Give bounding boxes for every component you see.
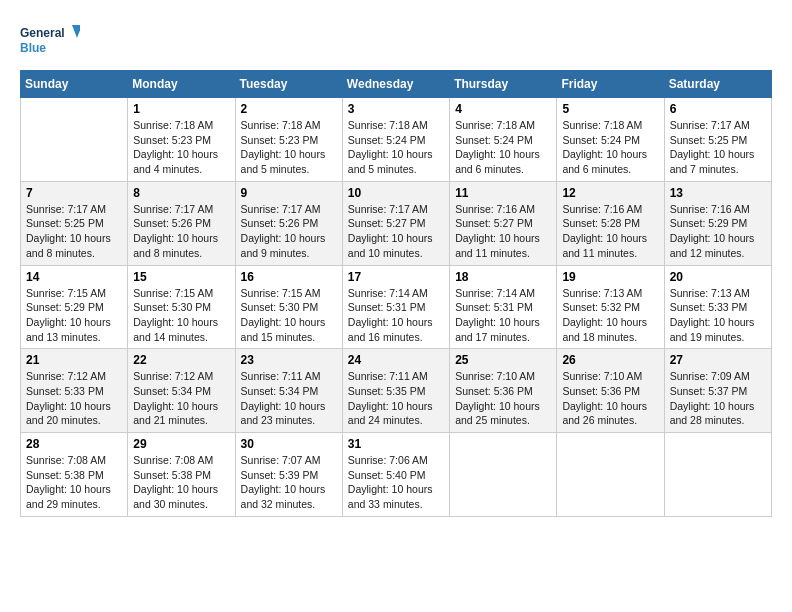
calendar-cell: 3Sunrise: 7:18 AMSunset: 5:24 PMDaylight… (342, 98, 449, 182)
calendar-cell: 5Sunrise: 7:18 AMSunset: 5:24 PMDaylight… (557, 98, 664, 182)
day-info: Sunrise: 7:18 AMSunset: 5:23 PMDaylight:… (133, 118, 229, 177)
calendar-cell: 29Sunrise: 7:08 AMSunset: 5:38 PMDayligh… (128, 433, 235, 517)
week-row-4: 21Sunrise: 7:12 AMSunset: 5:33 PMDayligh… (21, 349, 772, 433)
svg-text:General: General (20, 26, 65, 40)
day-number: 2 (241, 102, 337, 116)
day-number: 31 (348, 437, 444, 451)
day-number: 12 (562, 186, 658, 200)
day-number: 7 (26, 186, 122, 200)
week-row-1: 1Sunrise: 7:18 AMSunset: 5:23 PMDaylight… (21, 98, 772, 182)
calendar-cell (557, 433, 664, 517)
day-number: 30 (241, 437, 337, 451)
calendar-cell: 14Sunrise: 7:15 AMSunset: 5:29 PMDayligh… (21, 265, 128, 349)
calendar-cell: 17Sunrise: 7:14 AMSunset: 5:31 PMDayligh… (342, 265, 449, 349)
day-info: Sunrise: 7:08 AMSunset: 5:38 PMDaylight:… (26, 453, 122, 512)
day-info: Sunrise: 7:16 AMSunset: 5:27 PMDaylight:… (455, 202, 551, 261)
day-number: 23 (241, 353, 337, 367)
day-number: 28 (26, 437, 122, 451)
day-info: Sunrise: 7:14 AMSunset: 5:31 PMDaylight:… (348, 286, 444, 345)
col-header-thursday: Thursday (450, 71, 557, 98)
day-number: 11 (455, 186, 551, 200)
calendar-cell (450, 433, 557, 517)
calendar-cell: 21Sunrise: 7:12 AMSunset: 5:33 PMDayligh… (21, 349, 128, 433)
day-info: Sunrise: 7:17 AMSunset: 5:25 PMDaylight:… (26, 202, 122, 261)
svg-text:Blue: Blue (20, 41, 46, 55)
calendar-cell: 15Sunrise: 7:15 AMSunset: 5:30 PMDayligh… (128, 265, 235, 349)
calendar-cell: 9Sunrise: 7:17 AMSunset: 5:26 PMDaylight… (235, 181, 342, 265)
day-number: 1 (133, 102, 229, 116)
day-number: 10 (348, 186, 444, 200)
day-info: Sunrise: 7:16 AMSunset: 5:29 PMDaylight:… (670, 202, 766, 261)
day-info: Sunrise: 7:08 AMSunset: 5:38 PMDaylight:… (133, 453, 229, 512)
calendar-cell: 7Sunrise: 7:17 AMSunset: 5:25 PMDaylight… (21, 181, 128, 265)
day-info: Sunrise: 7:09 AMSunset: 5:37 PMDaylight:… (670, 369, 766, 428)
day-info: Sunrise: 7:13 AMSunset: 5:33 PMDaylight:… (670, 286, 766, 345)
day-info: Sunrise: 7:16 AMSunset: 5:28 PMDaylight:… (562, 202, 658, 261)
calendar-cell: 30Sunrise: 7:07 AMSunset: 5:39 PMDayligh… (235, 433, 342, 517)
day-number: 20 (670, 270, 766, 284)
col-header-sunday: Sunday (21, 71, 128, 98)
day-info: Sunrise: 7:17 AMSunset: 5:26 PMDaylight:… (133, 202, 229, 261)
calendar-cell: 1Sunrise: 7:18 AMSunset: 5:23 PMDaylight… (128, 98, 235, 182)
day-info: Sunrise: 7:12 AMSunset: 5:33 PMDaylight:… (26, 369, 122, 428)
day-info: Sunrise: 7:18 AMSunset: 5:24 PMDaylight:… (562, 118, 658, 177)
calendar-header-row: SundayMondayTuesdayWednesdayThursdayFrid… (21, 71, 772, 98)
calendar-cell: 26Sunrise: 7:10 AMSunset: 5:36 PMDayligh… (557, 349, 664, 433)
day-number: 8 (133, 186, 229, 200)
day-info: Sunrise: 7:18 AMSunset: 5:23 PMDaylight:… (241, 118, 337, 177)
day-number: 15 (133, 270, 229, 284)
day-number: 29 (133, 437, 229, 451)
day-number: 5 (562, 102, 658, 116)
calendar-cell: 23Sunrise: 7:11 AMSunset: 5:34 PMDayligh… (235, 349, 342, 433)
day-info: Sunrise: 7:11 AMSunset: 5:34 PMDaylight:… (241, 369, 337, 428)
calendar-cell: 24Sunrise: 7:11 AMSunset: 5:35 PMDayligh… (342, 349, 449, 433)
day-info: Sunrise: 7:15 AMSunset: 5:30 PMDaylight:… (133, 286, 229, 345)
calendar-cell: 28Sunrise: 7:08 AMSunset: 5:38 PMDayligh… (21, 433, 128, 517)
week-row-5: 28Sunrise: 7:08 AMSunset: 5:38 PMDayligh… (21, 433, 772, 517)
col-header-wednesday: Wednesday (342, 71, 449, 98)
col-header-tuesday: Tuesday (235, 71, 342, 98)
day-number: 6 (670, 102, 766, 116)
day-number: 13 (670, 186, 766, 200)
day-number: 25 (455, 353, 551, 367)
day-info: Sunrise: 7:17 AMSunset: 5:25 PMDaylight:… (670, 118, 766, 177)
day-number: 27 (670, 353, 766, 367)
day-number: 19 (562, 270, 658, 284)
calendar-cell: 25Sunrise: 7:10 AMSunset: 5:36 PMDayligh… (450, 349, 557, 433)
calendar-cell: 20Sunrise: 7:13 AMSunset: 5:33 PMDayligh… (664, 265, 771, 349)
day-number: 14 (26, 270, 122, 284)
logo: General Blue (20, 20, 80, 60)
day-info: Sunrise: 7:10 AMSunset: 5:36 PMDaylight:… (562, 369, 658, 428)
calendar-cell: 31Sunrise: 7:06 AMSunset: 5:40 PMDayligh… (342, 433, 449, 517)
day-number: 3 (348, 102, 444, 116)
day-number: 9 (241, 186, 337, 200)
day-info: Sunrise: 7:14 AMSunset: 5:31 PMDaylight:… (455, 286, 551, 345)
calendar-cell (21, 98, 128, 182)
day-number: 21 (26, 353, 122, 367)
col-header-saturday: Saturday (664, 71, 771, 98)
calendar-table: SundayMondayTuesdayWednesdayThursdayFrid… (20, 70, 772, 517)
col-header-monday: Monday (128, 71, 235, 98)
day-info: Sunrise: 7:17 AMSunset: 5:27 PMDaylight:… (348, 202, 444, 261)
col-header-friday: Friday (557, 71, 664, 98)
svg-marker-2 (72, 25, 80, 38)
day-info: Sunrise: 7:15 AMSunset: 5:29 PMDaylight:… (26, 286, 122, 345)
calendar-cell: 16Sunrise: 7:15 AMSunset: 5:30 PMDayligh… (235, 265, 342, 349)
week-row-2: 7Sunrise: 7:17 AMSunset: 5:25 PMDaylight… (21, 181, 772, 265)
calendar-cell: 13Sunrise: 7:16 AMSunset: 5:29 PMDayligh… (664, 181, 771, 265)
day-number: 16 (241, 270, 337, 284)
calendar-cell: 4Sunrise: 7:18 AMSunset: 5:24 PMDaylight… (450, 98, 557, 182)
day-number: 22 (133, 353, 229, 367)
day-number: 26 (562, 353, 658, 367)
day-info: Sunrise: 7:12 AMSunset: 5:34 PMDaylight:… (133, 369, 229, 428)
day-info: Sunrise: 7:17 AMSunset: 5:26 PMDaylight:… (241, 202, 337, 261)
day-info: Sunrise: 7:18 AMSunset: 5:24 PMDaylight:… (348, 118, 444, 177)
calendar-cell: 11Sunrise: 7:16 AMSunset: 5:27 PMDayligh… (450, 181, 557, 265)
day-info: Sunrise: 7:06 AMSunset: 5:40 PMDaylight:… (348, 453, 444, 512)
day-info: Sunrise: 7:07 AMSunset: 5:39 PMDaylight:… (241, 453, 337, 512)
day-info: Sunrise: 7:18 AMSunset: 5:24 PMDaylight:… (455, 118, 551, 177)
calendar-cell: 22Sunrise: 7:12 AMSunset: 5:34 PMDayligh… (128, 349, 235, 433)
day-info: Sunrise: 7:13 AMSunset: 5:32 PMDaylight:… (562, 286, 658, 345)
logo-svg: General Blue (20, 20, 80, 60)
page-header: General Blue (20, 20, 772, 60)
